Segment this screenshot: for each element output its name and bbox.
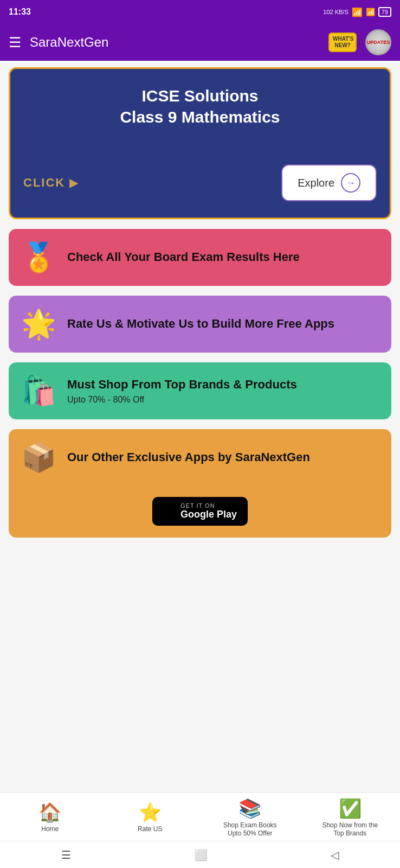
google-play-label: Google Play [180,509,237,520]
system-home-button[interactable]: ⬜ [194,848,208,861]
home-nav-icon: 🏠 [38,801,61,823]
data-speed: 102 KB/S [323,9,348,15]
board-results-text: Check All Your Board Exam Results Here [67,250,380,265]
system-nav: ☰ ⬜ ◁ [0,841,400,868]
app-title: SaraNextGen [30,35,320,50]
whats-new-button[interactable]: WHAT'S NEW? [328,33,357,52]
rate-us-text: Rate Us & Motivate Us to Build More Free… [67,316,380,332]
explore-button[interactable]: Explore → [281,164,377,201]
status-bar: 11:33 102 KB/S 📶 📶 79 [0,0,400,24]
box-icon: 📦 [20,441,57,474]
battery-icon: 79 [378,7,391,17]
rating-icon: 🌟 [20,308,57,341]
shop-brands-card[interactable]: 🛍️ Must Shop From Top Brands & Products … [9,362,391,419]
nav-rate-us[interactable]: ⭐ Rate US [100,801,201,833]
main-content: ICSE SolutionsClass 9 Mathematics CLICK … [0,61,400,792]
toolbar: ☰ SaraNextGen WHAT'S NEW? UPDATES [0,24,400,61]
google-play-text: GET IT ON Google Play [180,502,237,520]
hero-title: ICSE SolutionsClass 9 Mathematics [120,85,280,127]
status-time: 11:33 [9,7,31,17]
nav-shop-books[interactable]: 📚 Shop Exam BooksUpto 50% Offer [200,797,300,837]
nav-home[interactable]: 🏠 Home [0,801,100,833]
google-play-button[interactable]: ▶ GET IT ON Google Play [152,497,248,526]
explore-label: Explore [298,177,334,189]
bottom-nav: 🏠 Home ⭐ Rate US 📚 Shop Exam BooksUpto 5… [0,792,400,841]
get-it-on-label: GET IT ON [180,502,237,509]
rate-us-nav-icon: ⭐ [139,801,162,823]
click-label: CLICK ▶ [23,176,79,190]
nav-shop-brands[interactable]: ✅ Shop Now from theTop Brands [300,797,401,837]
rate-us-title: Rate Us & Motivate Us to Build More Free… [67,316,380,332]
updates-button[interactable]: UPDATES [365,29,391,55]
google-play-icon: ▶ [163,502,175,520]
explore-arrow-icon: → [341,173,360,193]
hero-bottom-row: CLICK ▶ Explore → [23,164,377,201]
nav-shop-books-label: Shop Exam BooksUpto 50% Offer [223,821,277,837]
exclusive-apps-text: Our Other Exclusive Apps by SaraNextGen [67,450,380,465]
shop-brands-subtitle: Upto 70% - 80% Off [67,395,380,405]
exclusive-apps-title: Our Other Exclusive Apps by SaraNextGen [67,450,380,465]
nav-rate-us-label: Rate US [138,825,162,833]
hero-banner[interactable]: ICSE SolutionsClass 9 Mathematics CLICK … [9,67,391,219]
rate-us-card[interactable]: 🌟 Rate Us & Motivate Us to Build More Fr… [9,296,391,353]
shop-brands-title: Must Shop From Top Brands & Products [67,377,380,393]
hamburger-icon[interactable]: ☰ [9,35,21,49]
shopping-bag-icon: 🛍️ [20,374,57,407]
shop-books-nav-icon: 📚 [238,797,261,819]
system-menu-button[interactable]: ☰ [61,848,71,861]
click-arrow-icon: ▶ [69,176,79,189]
signal-icon: 📶 [366,8,375,16]
status-icons: 102 KB/S 📶 📶 79 [323,7,391,17]
shop-brands-nav-icon: ✅ [339,797,362,819]
board-results-card[interactable]: 🏅 Check All Your Board Exam Results Here [9,229,391,286]
system-back-button[interactable]: ◁ [331,848,339,861]
shop-brands-text: Must Shop From Top Brands & Products Upt… [67,377,380,405]
medal-icon: 🏅 [20,241,57,274]
board-results-title: Check All Your Board Exam Results Here [67,250,380,265]
wifi-icon: 📶 [352,7,363,17]
nav-home-label: Home [41,825,59,833]
nav-shop-brands-label: Shop Now from theTop Brands [322,821,378,837]
exclusive-apps-card[interactable]: 📦 Our Other Exclusive Apps by SaraNextGe… [9,429,391,538]
